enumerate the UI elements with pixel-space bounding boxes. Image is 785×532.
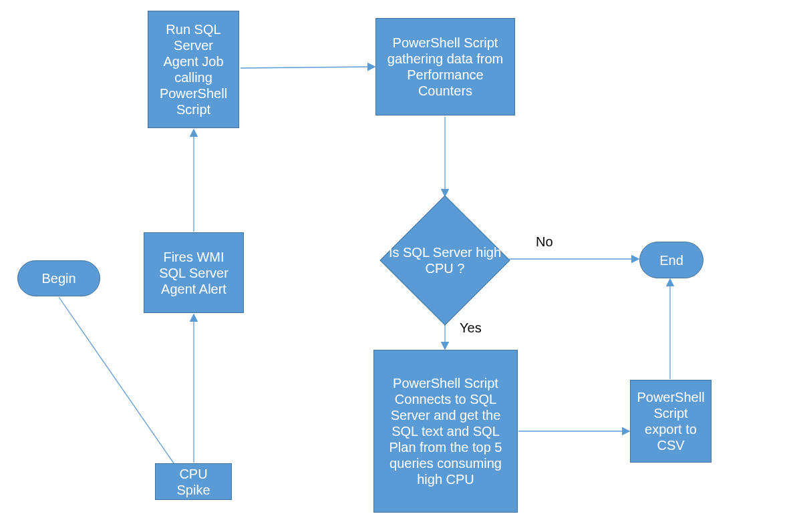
svg-line-3: [241, 67, 374, 68]
edge-label-yes: Yes: [460, 320, 482, 336]
process-export-csv-label: PowerShell Script export to CSV: [637, 389, 704, 453]
terminator-begin: Begin: [17, 260, 100, 296]
process-fires-wmi: Fires WMI SQL Server Agent Alert: [144, 232, 244, 313]
process-run-sql-label: Run SQL Server Agent Job calling PowerSh…: [155, 21, 232, 117]
process-get-queries: PowerShell Script Connects to SQL Server…: [373, 350, 518, 513]
process-fires-wmi-label: Fires WMI SQL Server Agent Alert: [151, 249, 237, 297]
process-gather-label: PowerShell Script gathering data from Pe…: [383, 35, 508, 99]
process-get-queries-label: PowerShell Script Connects to SQL Server…: [381, 375, 510, 487]
svg-line-0: [59, 297, 186, 481]
process-run-sql: Run SQL Server Agent Job calling PowerSh…: [148, 11, 239, 128]
process-cpu-spike-label: CPU Spike: [162, 466, 224, 498]
edge-label-no: No: [536, 234, 553, 250]
terminator-begin-label: Begin: [41, 270, 75, 286]
decision-high-cpu-label: Is SQL Server high CPU ?: [381, 244, 509, 276]
process-gather: PowerShell Script gathering data from Pe…: [375, 18, 515, 115]
decision-high-cpu: Is SQL Server high CPU ?: [381, 196, 509, 324]
process-export-csv: PowerShell Script export to CSV: [630, 380, 712, 463]
terminator-end: End: [639, 242, 703, 278]
process-cpu-spike: CPU Spike: [155, 463, 232, 500]
terminator-end-label: End: [659, 252, 683, 268]
